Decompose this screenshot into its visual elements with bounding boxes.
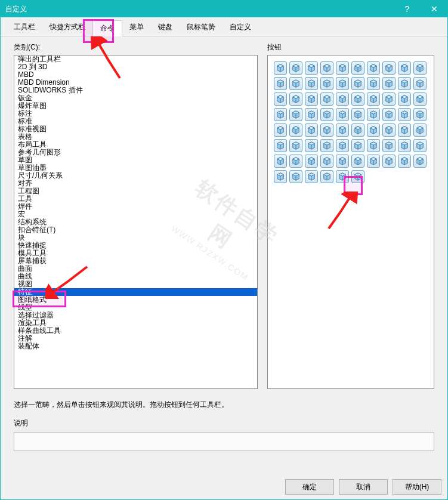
flag-icon[interactable] — [398, 139, 411, 152]
category-item[interactable]: 钣金 — [14, 94, 257, 102]
category-item[interactable]: 模具工具 — [14, 249, 257, 257]
dome-icon[interactable] — [398, 92, 411, 106]
category-item[interactable]: 扣合特征(T) — [14, 226, 257, 234]
icon-74-icon[interactable] — [336, 170, 349, 183]
sphere-grid-icon[interactable] — [289, 108, 302, 121]
wave-icon[interactable] — [367, 155, 380, 168]
category-item[interactable]: 参考几何图形 — [14, 149, 257, 156]
corner-icon[interactable] — [320, 124, 333, 137]
cube-gear-icon[interactable] — [320, 92, 333, 106]
cube-dot-icon[interactable] — [398, 77, 411, 90]
prism-icon[interactable] — [289, 77, 302, 90]
box-4-icon[interactable] — [351, 155, 364, 168]
cylinder-icon[interactable] — [289, 92, 302, 106]
H-icon[interactable] — [367, 108, 380, 121]
check-icon[interactable] — [305, 155, 318, 168]
box-diag-icon[interactable] — [305, 139, 318, 152]
loft-icon[interactable] — [336, 61, 349, 75]
tab-0[interactable]: 工具栏 — [7, 20, 42, 36]
trim-icon[interactable] — [367, 77, 380, 90]
tab-6[interactable]: 自定义 — [223, 20, 258, 36]
category-item[interactable]: 爆炸草图 — [14, 102, 257, 110]
icon-69-icon[interactable] — [413, 155, 427, 168]
box-flat-icon[interactable] — [320, 139, 333, 152]
category-item[interactable]: 视图 — [14, 280, 257, 288]
washer-icon[interactable] — [305, 92, 318, 106]
cube-lock-icon[interactable] — [320, 77, 333, 90]
category-item[interactable]: 焊件 — [14, 203, 257, 211]
trapezoid-icon[interactable] — [320, 61, 333, 75]
frame-icon[interactable] — [289, 124, 302, 137]
box-lines-icon[interactable] — [351, 139, 364, 152]
category-item[interactable]: 标准 — [14, 118, 257, 125]
tab-3[interactable]: 菜单 — [122, 20, 151, 36]
category-item[interactable]: 曲面 — [14, 265, 257, 273]
category-item[interactable]: 选择过滤器 — [14, 311, 257, 319]
help-button[interactable]: 帮助(H) — [393, 479, 441, 495]
tree-icon[interactable] — [367, 124, 380, 137]
icon-73-icon[interactable] — [320, 170, 333, 183]
category-item[interactable]: 表格 — [14, 133, 257, 141]
can-icon[interactable] — [320, 108, 333, 121]
icon-75-icon[interactable] — [351, 170, 364, 183]
target-icon[interactable] — [398, 124, 411, 137]
hemi-icon[interactable] — [413, 92, 427, 106]
copy-icon[interactable] — [351, 92, 364, 106]
cube-icon[interactable] — [274, 61, 287, 75]
down-icon[interactable] — [398, 108, 411, 121]
cross-icon[interactable] — [305, 124, 318, 137]
category-item[interactable]: 样条曲线工具 — [14, 327, 257, 335]
help-button[interactable]: ? — [394, 1, 421, 17]
tab-2[interactable]: 命令 — [92, 20, 122, 36]
box-grid-icon[interactable] — [336, 139, 349, 152]
sphere-shell-icon[interactable] — [336, 108, 349, 121]
cube-slice-icon[interactable] — [289, 155, 302, 168]
category-item[interactable]: 宏 — [14, 211, 257, 218]
3d-split-icon[interactable] — [336, 155, 349, 168]
category-item[interactable]: 屏幕捕获 — [14, 257, 257, 265]
swirl-icon[interactable] — [289, 61, 302, 75]
shape-icon[interactable] — [367, 139, 380, 152]
equal-icon[interactable] — [351, 108, 364, 121]
tab-5[interactable]: 鼠标笔势 — [180, 20, 223, 36]
ok-button[interactable]: 确定 — [285, 479, 334, 495]
category-item[interactable]: 特征 — [14, 288, 257, 296]
faceted-icon[interactable] — [382, 77, 396, 90]
orbit-icon[interactable] — [336, 92, 349, 106]
cancel-button[interactable]: 取消 — [339, 479, 388, 495]
cube-cube-icon[interactable] — [367, 92, 380, 106]
ruler-icon[interactable] — [382, 108, 396, 121]
square-icon[interactable] — [413, 108, 427, 121]
category-item[interactable]: 对齐 — [14, 180, 257, 187]
category-item[interactable]: 装配体 — [14, 342, 257, 350]
tube-grid-icon[interactable] — [305, 108, 318, 121]
egg-icon[interactable] — [274, 108, 287, 121]
category-item[interactable]: 标准视图 — [14, 125, 257, 133]
grid-icon[interactable] — [382, 124, 396, 137]
fold-icon[interactable] — [382, 155, 396, 168]
tab-4[interactable]: 键盘 — [151, 20, 180, 36]
rotate-icon[interactable] — [274, 124, 287, 137]
icon-70-icon[interactable] — [274, 170, 287, 183]
cube-ring-icon[interactable] — [351, 77, 364, 90]
category-item[interactable]: 工程图 — [14, 187, 257, 195]
category-item[interactable]: 弹出的工具栏 — [14, 55, 257, 63]
category-item[interactable]: 注解 — [14, 335, 257, 342]
hook-icon[interactable] — [305, 61, 318, 75]
icon-71-icon[interactable] — [289, 170, 302, 183]
taper-icon[interactable] — [382, 61, 396, 75]
category-item[interactable]: SOLIDWORKS 插件 — [14, 87, 257, 94]
arrows-icon[interactable] — [351, 124, 364, 137]
box-down-icon[interactable] — [413, 124, 427, 137]
close-button[interactable]: ✕ — [421, 1, 447, 17]
icon-68-icon[interactable] — [398, 155, 411, 168]
diamond-icon[interactable] — [305, 77, 318, 90]
category-item[interactable]: 草图 — [14, 156, 257, 164]
3d-label-icon[interactable] — [320, 155, 333, 168]
icon-72-icon[interactable] — [305, 170, 318, 183]
category-item[interactable]: 块 — [14, 234, 257, 242]
house-icon[interactable] — [274, 92, 287, 106]
tab-1[interactable]: 快捷方式栏 — [42, 20, 92, 36]
category-item[interactable]: 曲线 — [14, 273, 257, 280]
snap-h-icon[interactable] — [336, 124, 349, 137]
